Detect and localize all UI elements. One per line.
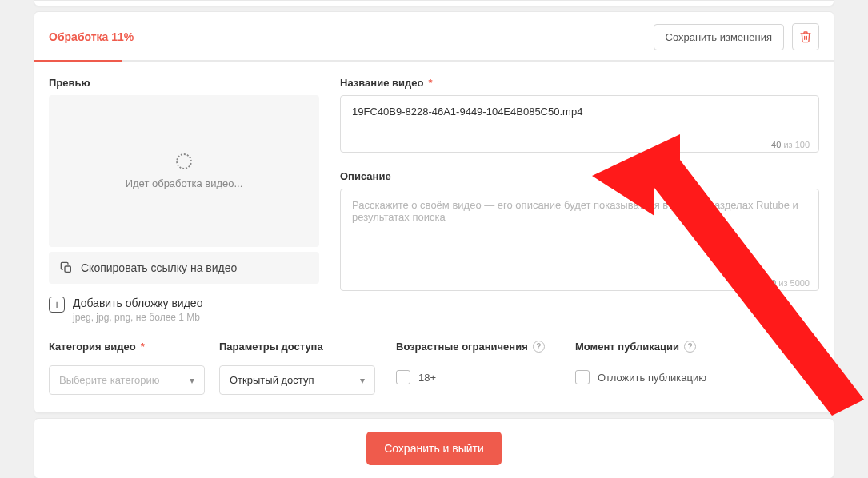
- publish-label: Момент публикации ?: [575, 341, 819, 353]
- preview-processing-text: Идет обработка видео...: [126, 177, 243, 189]
- publish-checkbox-row: Отложить публикацию: [575, 370, 819, 384]
- add-cover-row: + Добавить обложку видео jpeg, jpg, png,…: [49, 297, 319, 323]
- chevron-down-icon: ▾: [360, 375, 365, 386]
- content-columns: Превью Идет обработка видео... Скопирова…: [34, 62, 834, 323]
- desc-count-max: 5000: [790, 278, 810, 288]
- category-select-value: Выберите категорию: [59, 374, 160, 386]
- desc-input-wrap: 0 из 5000: [340, 189, 819, 294]
- required-marker: *: [428, 77, 432, 89]
- age-control: Возрастные ограничения ? 18+: [396, 341, 556, 395]
- publish-control: Момент публикации ? Отложить публикацию: [575, 341, 819, 395]
- preview-label: Превью: [49, 77, 319, 89]
- progress-bar: [34, 60, 834, 62]
- left-column: Превью Идет обработка видео... Скопирова…: [49, 77, 319, 323]
- chevron-down-icon: ▾: [190, 375, 194, 386]
- access-label: Параметры доступа: [219, 341, 375, 353]
- copy-link-label: Скопировать ссылку на видео: [81, 261, 237, 274]
- desc-label: Описание: [340, 170, 819, 182]
- age-label-text: Возрастные ограничения: [396, 341, 528, 353]
- video-edit-card: Обработка 11% Сохранить изменения Превью…: [34, 11, 834, 413]
- category-label: Категория видео*: [49, 341, 205, 353]
- required-marker: *: [141, 341, 145, 353]
- publish-checkbox-label: Отложить публикацию: [598, 372, 706, 384]
- access-control: Параметры доступа Открытый доступ ▾: [219, 341, 375, 395]
- age-label: Возрастные ограничения ?: [396, 341, 556, 353]
- desc-counter: 0 из 5000: [771, 278, 810, 288]
- progress-fill: [34, 60, 122, 62]
- preview-box: Идет обработка видео...: [49, 95, 319, 247]
- title-counter: 40 из 100: [771, 140, 810, 149]
- header-actions: Сохранить изменения: [654, 23, 820, 50]
- access-select[interactable]: Открытый доступ ▾: [219, 365, 375, 395]
- age-checkbox-label: 18+: [418, 372, 436, 384]
- category-control: Категория видео* Выберите категорию ▾: [49, 341, 205, 395]
- title-input[interactable]: [340, 95, 819, 153]
- processing-status: Обработка 11%: [49, 30, 134, 43]
- delete-button[interactable]: [792, 23, 819, 50]
- spinner-icon: [176, 153, 192, 169]
- help-icon[interactable]: ?: [533, 341, 545, 353]
- title-input-wrap: 40 из 100: [340, 95, 819, 156]
- copy-link-button[interactable]: Скопировать ссылку на видео: [49, 252, 319, 284]
- title-count-max: 100: [795, 140, 810, 149]
- plus-icon: +: [54, 298, 60, 311]
- add-cover-button[interactable]: +: [49, 297, 65, 313]
- controls-row: Категория видео* Выберите категорию ▾ Па…: [34, 323, 834, 395]
- title-count-current: 40: [771, 140, 781, 149]
- save-exit-button[interactable]: Сохранить и выйти: [366, 432, 502, 465]
- title-label: Название видео*: [340, 77, 819, 89]
- category-select[interactable]: Выберите категорию ▾: [49, 365, 205, 395]
- title-count-of: из: [783, 140, 792, 149]
- copy-icon: [60, 261, 73, 274]
- desc-count-current: 0: [771, 278, 776, 288]
- age-checkbox[interactable]: [396, 370, 410, 384]
- add-cover-hint: jpeg, jpg, png, не более 1 Mb: [73, 312, 202, 323]
- category-label-text: Категория видео: [49, 341, 136, 353]
- svg-rect-0: [65, 266, 70, 272]
- access-select-value: Открытый доступ: [230, 374, 314, 386]
- save-changes-button[interactable]: Сохранить изменения: [654, 24, 785, 50]
- age-checkbox-row: 18+: [396, 370, 556, 384]
- right-column: Название видео* 40 из 100 Описание 0 из …: [340, 77, 819, 323]
- desc-count-of: из: [778, 278, 787, 288]
- publish-checkbox[interactable]: [575, 370, 590, 384]
- footer-card: Сохранить и выйти: [34, 418, 834, 478]
- help-icon[interactable]: ?: [684, 341, 696, 353]
- trash-icon: [799, 30, 812, 43]
- card-header: Обработка 11% Сохранить изменения: [34, 12, 834, 60]
- title-label-text: Название видео: [340, 77, 423, 89]
- add-cover-label: Добавить обложку видео: [73, 297, 202, 309]
- previous-card-sliver: [34, 0, 834, 6]
- description-input[interactable]: [340, 189, 819, 291]
- publish-label-text: Момент публикации: [575, 341, 679, 353]
